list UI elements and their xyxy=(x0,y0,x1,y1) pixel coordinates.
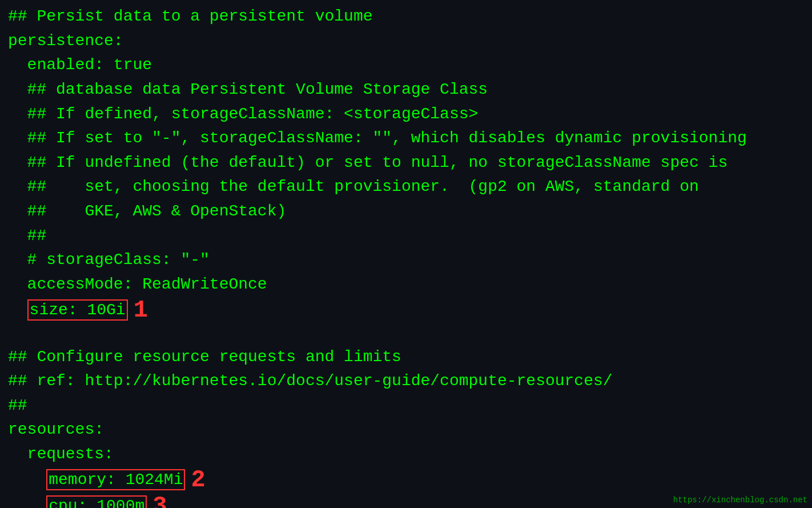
code-line-4: ## database data Persistent Volume Stora… xyxy=(0,78,812,102)
code-line-19: requests: xyxy=(0,442,812,467)
code-line-memory: memory: 1024Mi2 xyxy=(0,467,812,493)
size-highlight: size: 10Gi xyxy=(27,299,128,321)
code-line-8: ## set, choosing the default provisioner… xyxy=(0,175,812,199)
code-line-3: enabled: true xyxy=(0,53,812,78)
code-line-1: ## Persist data to a persistent volume xyxy=(0,5,812,29)
code-line-size: size: 10Gi1 xyxy=(0,297,812,323)
code-line-11: # storageClass: "-" xyxy=(0,248,812,273)
memory-highlight: memory: 1024Mi xyxy=(46,469,185,490)
code-container: ## Persist data to a persistent volume p… xyxy=(0,0,812,508)
annotation-1: 1 xyxy=(134,297,148,324)
code-line-17: ## xyxy=(0,394,812,418)
code-line-5: ## If defined, storageClassName: <storag… xyxy=(0,102,812,127)
code-line-15: ## Configure resource requests and limit… xyxy=(0,345,812,370)
code-line-2: persistence: xyxy=(0,29,812,54)
code-line-18: resources: xyxy=(0,418,812,442)
code-line-9: ## GKE, AWS & OpenStack) xyxy=(0,199,812,224)
annotation-2: 2 xyxy=(191,466,205,494)
annotation-3: 3 xyxy=(152,493,167,508)
empty-line-1 xyxy=(0,323,812,345)
watermark: https://xinchenblog.csdn.net xyxy=(673,495,807,506)
code-line-16: ## ref: http://kubernetes.io/docs/user-g… xyxy=(0,369,812,394)
code-line-6: ## If set to "-", storageClassName: "", … xyxy=(0,126,812,151)
code-line-12: accessMode: ReadWriteOnce xyxy=(0,273,812,297)
cpu-highlight: cpu: 1000m xyxy=(46,495,147,508)
code-line-10: ## xyxy=(0,224,812,249)
code-line-7: ## If undefined (the default) or set to … xyxy=(0,151,812,175)
